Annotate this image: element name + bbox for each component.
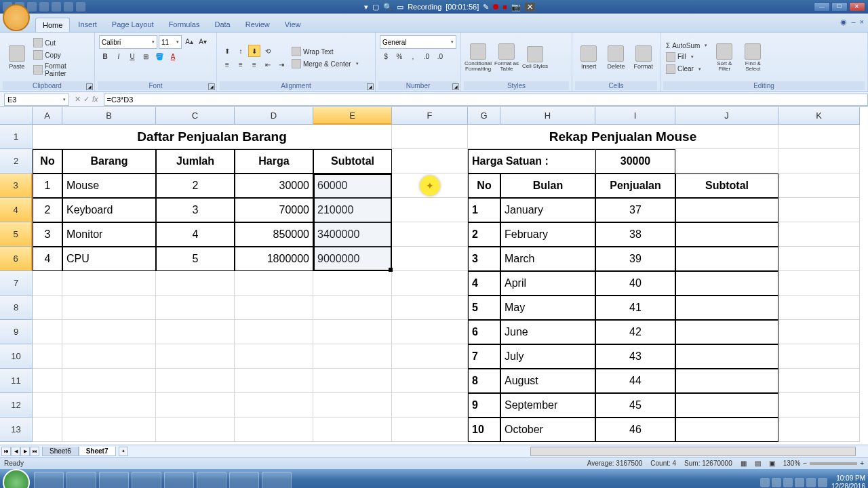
paste-button[interactable]: Paste	[4, 38, 29, 77]
col-header-K[interactable]: K	[778, 107, 860, 125]
help-icon[interactable]: ◉	[840, 18, 847, 26]
cell-I2[interactable]: 30000	[595, 149, 675, 174]
fill-button[interactable]: Fill▾	[665, 52, 709, 62]
cell-E9[interactable]	[313, 320, 392, 344]
rec-zoom-icon[interactable]: 🔍	[383, 3, 393, 12]
wrap-text-button[interactable]: Wrap Text	[290, 46, 360, 57]
cell-I5[interactable]: 38	[595, 222, 675, 247]
qat-open-icon[interactable]	[52, 2, 61, 12]
find-select-button[interactable]: Find & Select	[740, 38, 766, 77]
col-header-C[interactable]: C	[156, 107, 235, 125]
cell-G4[interactable]: 1	[468, 198, 500, 222]
cell-B3[interactable]: Mouse	[62, 174, 156, 198]
cell-I13[interactable]: 46	[595, 418, 675, 442]
copy-button[interactable]: Copy	[32, 49, 90, 60]
cell-F1[interactable]	[392, 125, 468, 149]
clear-button[interactable]: Clear▾	[665, 64, 709, 75]
cell-F7[interactable]	[392, 271, 468, 296]
decrease-decimal-button[interactable]: .0	[434, 50, 446, 62]
row-header-10[interactable]: 10	[0, 344, 33, 369]
cell-G1[interactable]: Rekap Penjualan Mouse	[468, 125, 778, 149]
row-header-2[interactable]: 2	[0, 149, 33, 174]
cell-A5[interactable]: 3	[33, 222, 62, 247]
align-top-button[interactable]: ⬆	[221, 45, 233, 57]
cell-D9[interactable]	[235, 320, 313, 344]
rec-camera-icon[interactable]: 📷	[511, 3, 521, 12]
tray-network-icon[interactable]	[806, 478, 816, 487]
cell-J11[interactable]	[675, 369, 778, 393]
format-as-table-button[interactable]: Format as Table	[494, 38, 519, 77]
cell-C2[interactable]: Jumlah	[156, 149, 235, 174]
taskbar-media-icon[interactable]	[99, 472, 129, 488]
cell-J8[interactable]	[675, 296, 778, 320]
cell-J5[interactable]	[675, 222, 778, 247]
row-header-5[interactable]: 5	[0, 222, 33, 247]
qat-folder-icon[interactable]	[76, 2, 85, 12]
tray-icon[interactable]	[772, 478, 781, 487]
cell-I11[interactable]: 44	[595, 369, 675, 393]
row-header-3[interactable]: 3	[0, 174, 33, 198]
cell-G12[interactable]: 9	[468, 393, 500, 418]
sort-filter-button[interactable]: Sort & Filter	[711, 38, 737, 77]
cell-G7[interactable]: 4	[468, 271, 500, 296]
sheet-nav-prev[interactable]: ◀	[11, 447, 20, 456]
cell-E6[interactable]: 9000000	[313, 247, 392, 271]
row-header-8[interactable]: 8	[0, 296, 33, 320]
cell-K6[interactable]	[778, 247, 860, 271]
cell-I3[interactable]: Penjualan	[595, 174, 675, 198]
col-header-B[interactable]: B	[62, 107, 156, 125]
cell-A1[interactable]: Daftar Penjualan Barang	[33, 125, 392, 149]
taskbar-recorder-icon[interactable]	[197, 472, 226, 488]
cell-D13[interactable]	[235, 418, 313, 442]
new-sheet-button[interactable]: ✦	[119, 447, 128, 456]
spreadsheet-grid[interactable]: ABCDEFGHIJK 12345678910111213 Daftar Pen…	[0, 107, 868, 445]
decrease-font-button[interactable]: A▾	[197, 35, 209, 47]
cell-K3[interactable]	[778, 174, 860, 198]
cell-F12[interactable]	[392, 393, 468, 418]
cell-C13[interactable]	[156, 418, 235, 442]
col-header-J[interactable]: J	[675, 107, 778, 125]
cut-button[interactable]: Cut	[32, 37, 90, 48]
cell-A12[interactable]	[33, 393, 62, 418]
cell-C7[interactable]	[156, 271, 235, 296]
cell-D6[interactable]: 1800000	[235, 247, 313, 271]
cell-C12[interactable]	[156, 393, 235, 418]
tray-icon[interactable]	[818, 478, 827, 487]
tab-data[interactable]: Data	[208, 18, 237, 32]
cell-K11[interactable]	[778, 369, 860, 393]
zoom-slider[interactable]	[810, 462, 857, 465]
rec-pause-icon[interactable]: ■	[502, 3, 507, 11]
row-header-9[interactable]: 9	[0, 320, 33, 344]
name-box[interactable]: E3▾	[4, 94, 69, 106]
col-header-E[interactable]: E	[313, 107, 392, 125]
cell-E7[interactable]	[313, 271, 392, 296]
taskbar-explorer-icon[interactable]	[66, 472, 96, 488]
enter-formula-icon[interactable]: ✓	[83, 95, 90, 104]
cell-G9[interactable]: 6	[468, 320, 500, 344]
cell-F6[interactable]	[392, 247, 468, 271]
cell-B2[interactable]: Barang	[62, 149, 156, 174]
cell-J3[interactable]: Subtotal	[675, 174, 778, 198]
cell-G2[interactable]: Harga Satuan :	[468, 149, 595, 174]
cell-C3[interactable]: 2	[156, 174, 235, 198]
cell-J7[interactable]	[675, 271, 778, 296]
cell-K8[interactable]	[778, 296, 860, 320]
taskbar-excel-icon[interactable]	[164, 472, 194, 488]
cell-E5[interactable]: 3400000	[313, 222, 392, 247]
sheet-tab-sheet6[interactable]: Sheet6	[42, 447, 79, 456]
cell-D4[interactable]: 70000	[235, 198, 313, 222]
cell-K4[interactable]	[778, 198, 860, 222]
cell-F9[interactable]	[392, 320, 468, 344]
row-header-12[interactable]: 12	[0, 393, 33, 418]
align-middle-button[interactable]: ↕	[235, 45, 247, 57]
cell-G10[interactable]: 7	[468, 344, 500, 369]
tray-icon[interactable]	[783, 478, 793, 487]
cell-D10[interactable]	[235, 344, 313, 369]
tab-insert[interactable]: Insert	[71, 18, 104, 32]
col-header-A[interactable]: A	[33, 107, 62, 125]
cell-K13[interactable]	[778, 418, 860, 442]
delete-cells-button[interactable]: Delete	[604, 38, 628, 77]
row-header-4[interactable]: 4	[0, 198, 33, 222]
cell-E4[interactable]: 210000	[313, 198, 392, 222]
bold-button[interactable]: B	[99, 50, 111, 62]
